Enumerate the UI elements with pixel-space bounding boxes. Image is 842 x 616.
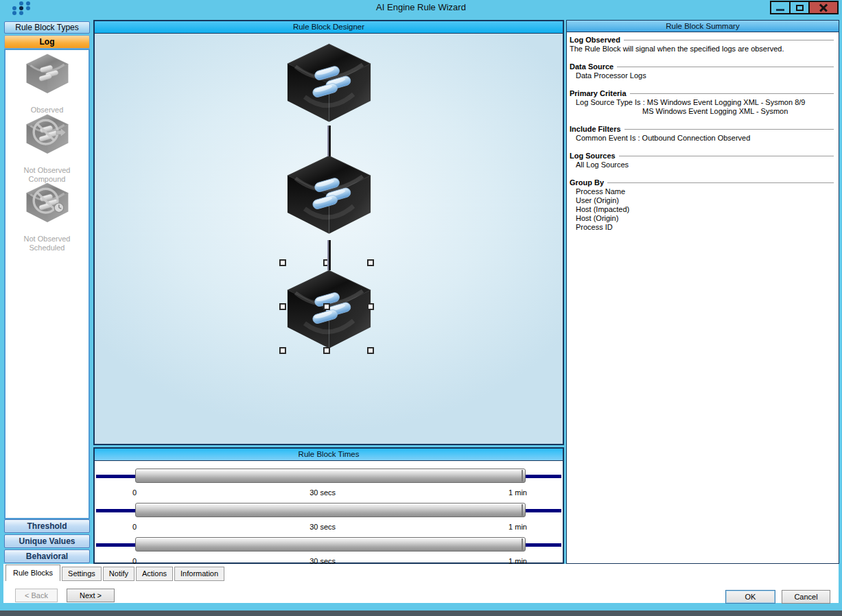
tab-settings[interactable]: Settings bbox=[62, 567, 102, 581]
summary-section-log-sources: Log Sources All Log Sources bbox=[570, 152, 834, 169]
list-item-label: Not Observed Scheduled bbox=[4, 235, 90, 252]
type-button-threshold[interactable]: Threshold bbox=[4, 519, 90, 533]
list-item-label: Not Observed Compound bbox=[4, 166, 90, 184]
block-connector-line bbox=[327, 126, 331, 156]
type-button-log[interactable]: Log bbox=[4, 35, 90, 49]
type-button-behavioral[interactable]: Behavioral bbox=[4, 549, 90, 563]
rule-block-summary-panel: Rule Block Summary Log Observed The Rule… bbox=[566, 20, 839, 564]
cancel-button[interactable]: Cancel bbox=[782, 590, 830, 604]
section-title: Group By bbox=[570, 178, 604, 187]
section-line: MS Windows Event Logging XML - Sysmon bbox=[570, 107, 834, 116]
minimize-icon bbox=[776, 9, 784, 11]
selection-handle[interactable] bbox=[367, 259, 374, 266]
bottom-bar: Rule Blocks Settings Notify Actions Info… bbox=[3, 564, 839, 603]
rule-block-designer-header: Rule Block Designer bbox=[95, 21, 563, 34]
summary-section-group-by: Group By Process Name User (Origin) Host… bbox=[570, 178, 834, 232]
rule-block-times-panel: Rule Block Times 0 30 secs 1 min 0 30 se… bbox=[93, 447, 564, 564]
section-title: Include Filters bbox=[570, 125, 621, 134]
list-item-observed[interactable]: Observed bbox=[4, 54, 90, 115]
section-line: User (Origin) bbox=[570, 196, 834, 205]
tabstrip: Rule Blocks Settings Notify Actions Info… bbox=[5, 565, 224, 581]
window-controls bbox=[770, 1, 839, 14]
not-observed-scheduled-cube-icon bbox=[25, 182, 69, 223]
section-title: Data Source bbox=[570, 62, 613, 71]
rule-block-cube-icon bbox=[286, 154, 372, 235]
slider-thumb[interactable] bbox=[135, 469, 526, 483]
list-item-not-observed-scheduled[interactable]: Not Observed Scheduled bbox=[4, 182, 90, 252]
minimize-button[interactable] bbox=[770, 1, 789, 14]
bottom-edge-strip bbox=[0, 611, 842, 616]
maximize-icon bbox=[796, 5, 804, 11]
list-item-not-observed-compound[interactable]: Not Observed Compound bbox=[4, 114, 90, 184]
rule-block-types-header: Rule Block Types bbox=[4, 21, 90, 34]
slider-mid-label: 30 secs bbox=[309, 523, 336, 531]
rule-block-types-panel: Rule Block Types Log Observed Not Observ… bbox=[4, 20, 90, 564]
slider-thumb[interactable] bbox=[135, 537, 526, 552]
selection-handle[interactable] bbox=[367, 303, 374, 310]
close-button[interactable] bbox=[808, 1, 839, 14]
section-line: Common Event Is : Outbound Connection Ob… bbox=[570, 134, 834, 143]
section-title: Log Observed bbox=[570, 36, 620, 45]
titlebar: AI Engine Rule Wizard bbox=[0, 0, 842, 15]
next-button[interactable]: Next > bbox=[67, 589, 115, 602]
rule-block-2[interactable] bbox=[286, 154, 372, 235]
slider-max-label: 1 min bbox=[508, 523, 527, 531]
window-title: AI Engine Rule Wizard bbox=[0, 2, 842, 12]
tab-rule-blocks[interactable]: Rule Blocks bbox=[5, 565, 60, 581]
section-line: Process ID bbox=[570, 223, 834, 232]
section-line: Log Source Type Is : MS Windows Event Lo… bbox=[570, 98, 834, 107]
summary-section-include-filters: Include Filters Common Event Is : Outbou… bbox=[570, 125, 834, 143]
observed-cube-icon bbox=[25, 54, 69, 94]
selection-handle[interactable] bbox=[279, 347, 286, 354]
summary-content: Log Observed The Rule Block will signal … bbox=[567, 32, 839, 232]
rule-block-cube-icon bbox=[286, 43, 372, 123]
section-line: Process Name bbox=[570, 187, 834, 196]
summary-section-primary-criteria: Primary Criteria Log Source Type Is : MS… bbox=[570, 89, 834, 116]
section-title: Log Sources bbox=[570, 152, 616, 161]
tab-information[interactable]: Information bbox=[174, 567, 224, 581]
rule-block-summary-header: Rule Block Summary bbox=[567, 21, 839, 32]
back-button[interactable]: < Back bbox=[15, 589, 58, 602]
tab-actions[interactable]: Actions bbox=[136, 567, 173, 581]
close-icon bbox=[819, 3, 828, 12]
ok-button[interactable]: OK bbox=[725, 590, 775, 604]
designer-canvas[interactable] bbox=[95, 34, 563, 444]
section-line: All Log Sources bbox=[570, 161, 834, 169]
section-line: Host (Impacted) bbox=[570, 205, 834, 214]
section-line: Host (Origin) bbox=[570, 214, 834, 223]
selection-handle[interactable] bbox=[279, 259, 286, 266]
not-observed-compound-cube-icon bbox=[25, 114, 69, 154]
summary-section-log-observed: Log Observed The Rule Block will signal … bbox=[570, 36, 834, 54]
block-connector-line bbox=[327, 240, 331, 270]
section-line: The Rule Block will signal when the spec… bbox=[570, 45, 834, 54]
rule-block-times-header: Rule Block Times bbox=[95, 449, 563, 461]
selection-handle[interactable] bbox=[323, 303, 330, 310]
slider-max-label: 1 min bbox=[508, 488, 527, 497]
section-line: Data Processor Logs bbox=[570, 71, 834, 80]
rule-block-1[interactable] bbox=[286, 43, 372, 123]
summary-section-data-source: Data Source Data Processor Logs bbox=[570, 62, 834, 80]
section-title: Primary Criteria bbox=[570, 89, 627, 98]
type-button-unique-values[interactable]: Unique Values bbox=[4, 534, 90, 548]
slider-min-label: 0 bbox=[132, 523, 137, 531]
slider-thumb[interactable] bbox=[135, 503, 526, 517]
maximize-button[interactable] bbox=[789, 1, 808, 14]
rule-block-designer-panel: Rule Block Designer bbox=[93, 20, 564, 445]
selection-handle[interactable] bbox=[323, 347, 330, 354]
tab-notify[interactable]: Notify bbox=[103, 567, 135, 581]
slider-mid-label: 30 secs bbox=[309, 488, 336, 497]
selection-handle[interactable] bbox=[367, 347, 374, 354]
slider-min-label: 0 bbox=[132, 488, 137, 497]
selection-handle[interactable] bbox=[279, 303, 286, 310]
